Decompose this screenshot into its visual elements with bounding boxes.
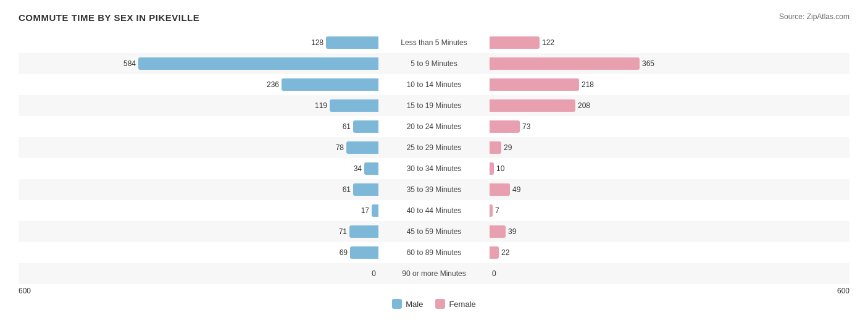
row-label: 45 to 59 Minutes xyxy=(378,227,490,236)
male-value: 78 xyxy=(325,143,344,152)
female-value: 10 xyxy=(496,164,515,173)
row-label: 20 to 24 Minutes xyxy=(378,122,490,131)
male-bar xyxy=(350,246,378,259)
male-bar xyxy=(282,78,378,91)
female-value: 39 xyxy=(508,227,527,236)
legend-female: Female xyxy=(435,299,475,309)
row-label: 60 to 89 Minutes xyxy=(378,248,490,257)
female-value: 7 xyxy=(495,206,514,215)
table-row: 17 40 to 44 Minutes 7 xyxy=(19,200,849,221)
male-value: 34 xyxy=(343,164,362,173)
chart-title: COMMUTE TIME BY SEX IN PIKEVILLE xyxy=(19,12,199,23)
row-label: 35 to 39 Minutes xyxy=(378,185,490,194)
female-value: 122 xyxy=(542,38,561,47)
female-bar xyxy=(490,141,501,154)
x-axis-right: 600 xyxy=(490,287,849,295)
x-axis: 600 600 xyxy=(19,287,849,295)
table-row: 584 5 to 9 Minutes 365 xyxy=(19,53,849,74)
female-bar xyxy=(490,99,575,112)
x-axis-left: 600 xyxy=(19,287,378,295)
female-bar xyxy=(490,246,499,259)
male-bar xyxy=(346,141,378,154)
male-value: 584 xyxy=(117,59,136,68)
row-label: 25 to 29 Minutes xyxy=(378,143,490,152)
row-label: 5 to 9 Minutes xyxy=(378,59,490,68)
female-value: 22 xyxy=(501,248,520,257)
table-row: 61 20 to 24 Minutes 73 xyxy=(19,116,849,137)
table-row: 61 35 to 39 Minutes 49 xyxy=(19,179,849,200)
row-label: Less than 5 Minutes xyxy=(378,38,490,47)
male-value: 61 xyxy=(332,185,351,194)
male-value: 71 xyxy=(328,227,347,236)
chart-rows: 128 Less than 5 Minutes 122 584 5 to 9 M… xyxy=(19,32,849,284)
male-value: 0 xyxy=(357,269,376,278)
female-value: 218 xyxy=(582,80,600,89)
male-value: 128 xyxy=(305,38,323,47)
male-bar xyxy=(326,36,378,49)
table-row: 128 Less than 5 Minutes 122 xyxy=(19,32,849,53)
table-row: 236 10 to 14 Minutes 218 xyxy=(19,74,849,95)
row-label: 30 to 34 Minutes xyxy=(378,164,490,173)
female-bar xyxy=(490,78,579,91)
row-label: 15 to 19 Minutes xyxy=(378,101,490,110)
female-bar xyxy=(490,162,494,175)
female-value: 0 xyxy=(492,269,511,278)
row-label: 40 to 44 Minutes xyxy=(378,206,490,215)
table-row: 0 90 or more Minutes 0 xyxy=(19,263,849,284)
table-row: 69 60 to 89 Minutes 22 xyxy=(19,242,849,263)
female-bar xyxy=(490,225,506,238)
male-value: 17 xyxy=(351,206,369,215)
table-row: 119 15 to 19 Minutes 208 xyxy=(19,95,849,116)
table-row: 34 30 to 34 Minutes 10 xyxy=(19,158,849,179)
male-value: 61 xyxy=(332,122,351,131)
female-bar xyxy=(490,57,640,70)
table-row: 71 45 to 59 Minutes 39 xyxy=(19,221,849,242)
female-bar xyxy=(490,183,510,196)
source-label: Source: ZipAtlas.com xyxy=(779,12,849,21)
male-bar xyxy=(353,120,378,133)
legend-male: Male xyxy=(392,299,423,309)
table-row: 78 25 to 29 Minutes 29 xyxy=(19,137,849,158)
male-bar xyxy=(364,162,378,175)
female-value: 29 xyxy=(504,143,522,152)
row-label: 90 or more Minutes xyxy=(378,269,490,278)
male-value: 236 xyxy=(261,80,279,89)
male-bar xyxy=(349,225,378,238)
male-value: 69 xyxy=(329,248,348,257)
legend-male-label: Male xyxy=(406,300,423,309)
row-label: 10 to 14 Minutes xyxy=(378,80,490,89)
male-bar xyxy=(138,57,378,70)
female-value: 208 xyxy=(578,101,596,110)
legend-male-box xyxy=(392,299,402,309)
male-bar xyxy=(353,183,378,196)
female-value: 73 xyxy=(522,122,541,131)
female-bar xyxy=(490,204,493,217)
female-bar xyxy=(490,120,520,133)
female-value: 365 xyxy=(642,59,661,68)
female-bar xyxy=(490,36,540,49)
female-value: 49 xyxy=(512,185,531,194)
male-bar xyxy=(372,204,378,217)
male-bar xyxy=(330,99,378,112)
legend-female-box xyxy=(435,299,445,309)
legend-female-label: Female xyxy=(449,300,475,309)
legend: Male Female xyxy=(19,299,849,309)
male-value: 119 xyxy=(309,101,327,110)
